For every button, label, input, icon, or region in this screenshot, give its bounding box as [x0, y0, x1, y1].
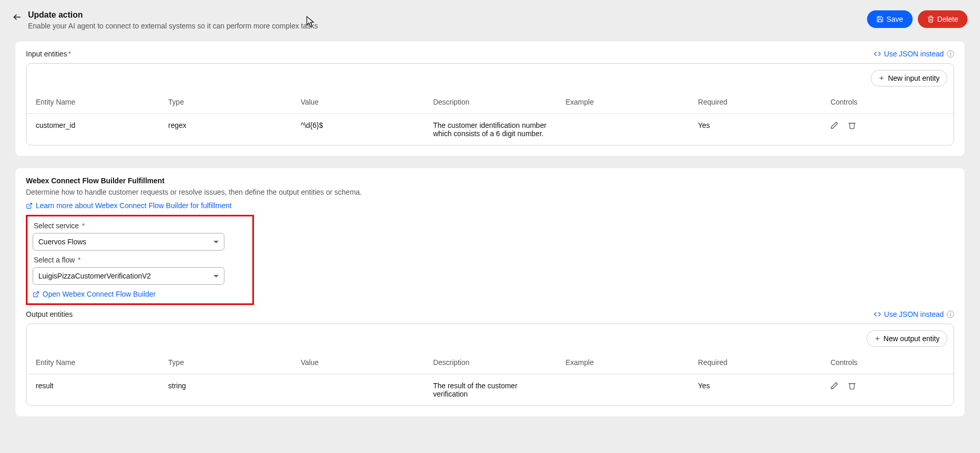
col-type: Type [159, 353, 292, 374]
cell-name: customer_id [26, 114, 159, 145]
chevron-down-icon [214, 241, 219, 243]
delete-icon[interactable] [848, 382, 856, 391]
header-left: Update action Enable your AI agent to co… [12, 10, 318, 30]
select-flow-dropdown[interactable]: LuigisPizzaCustomerVerificationV2 [33, 267, 224, 285]
new-output-entity-label: New output entity [884, 334, 940, 343]
col-controls: Controls [821, 93, 954, 114]
cell-controls [821, 114, 954, 145]
table-header-row: Entity Name Type Value Description Examp… [26, 93, 954, 114]
col-type: Type [159, 93, 292, 114]
select-service-label: Select service * [34, 222, 247, 230]
input-entities-card: Input entities* Use JSON instead i New i… [16, 41, 964, 156]
fulfillment-card: Webex Connect Flow Builder Fulfillment D… [16, 168, 964, 416]
col-controls: Controls [821, 353, 954, 374]
plus-icon [878, 75, 885, 81]
col-entity-name: Entity Name [26, 93, 159, 114]
use-json-link[interactable]: Use JSON instead i [874, 50, 954, 58]
info-icon[interactable]: i [947, 311, 954, 318]
new-output-entity-button[interactable]: New output entity [867, 330, 947, 347]
select-service-dropdown[interactable]: Cuervos Flows [33, 233, 224, 251]
cell-description: The customer identification number which… [424, 114, 557, 145]
required-asterisk: * [82, 222, 84, 230]
cell-type: regex [159, 114, 292, 145]
save-button[interactable]: Save [867, 10, 913, 28]
fulfillment-description: Determine how to handle customer request… [26, 188, 954, 196]
learn-more-link[interactable]: Learn more about Webex Connect Flow Buil… [26, 201, 232, 210]
col-required: Required [689, 93, 821, 114]
col-value: Value [291, 93, 424, 114]
cell-value: ^\d{6}$ [291, 114, 424, 145]
cell-description: The result of the customer verification [424, 374, 557, 406]
cell-required: Yes [689, 114, 821, 145]
col-description: Description [424, 353, 557, 374]
output-entities-label: Output entities [26, 310, 73, 318]
save-icon [876, 16, 884, 23]
page-title: Update action [28, 10, 318, 20]
learn-more-text: Learn more about Webex Connect Flow Buil… [36, 201, 232, 210]
cell-example [556, 114, 689, 145]
chevron-down-icon [214, 275, 219, 277]
delete-button[interactable]: Delete [918, 10, 968, 28]
use-json-text-output: Use JSON instead [884, 310, 944, 318]
col-example: Example [556, 353, 689, 374]
select-flow-label-text: Select a flow [34, 256, 75, 264]
cell-name: result [26, 374, 159, 406]
table-row: result string The result of the customer… [26, 374, 954, 406]
header-actions: Save Delete [867, 10, 968, 28]
save-button-label: Save [887, 15, 903, 23]
required-asterisk: * [68, 50, 70, 58]
cell-example [556, 374, 689, 406]
external-link-icon [33, 291, 39, 298]
external-link-icon [26, 202, 33, 209]
col-description: Description [424, 93, 557, 114]
select-flow-value: LuigisPizzaCustomerVerificationV2 [38, 272, 151, 280]
svg-line-4 [35, 291, 38, 295]
flow-selection-highlight: Select service * Cuervos Flows Select a … [26, 215, 254, 305]
new-input-entity-label: New input entity [888, 74, 940, 82]
open-flow-builder-text: Open Webex Connect Flow Builder [42, 290, 155, 298]
code-icon [874, 50, 881, 57]
new-input-entity-button[interactable]: New input entity [871, 70, 947, 86]
plus-icon [874, 335, 880, 342]
input-entities-label: Input entities* [26, 50, 71, 58]
input-entities-label-text: Input entities [26, 50, 67, 58]
cell-type: string [159, 374, 292, 406]
table-header-row: Entity Name Type Value Description Examp… [26, 353, 954, 374]
select-service-label-text: Select service [34, 222, 79, 230]
use-json-text: Use JSON instead [884, 50, 944, 58]
col-entity-name: Entity Name [26, 353, 159, 374]
page-subtitle: Enable your AI agent to connect to exter… [28, 22, 318, 30]
cell-required: Yes [689, 374, 821, 406]
code-icon [874, 311, 881, 318]
edit-icon[interactable] [830, 382, 839, 391]
col-required: Required [689, 353, 821, 374]
select-flow-label: Select a flow * [34, 256, 247, 264]
back-arrow-icon[interactable] [12, 12, 22, 23]
fulfillment-title: Webex Connect Flow Builder Fulfillment [26, 177, 954, 185]
open-flow-builder-link[interactable]: Open Webex Connect Flow Builder [33, 290, 155, 298]
col-value: Value [291, 353, 424, 374]
use-json-link-output[interactable]: Use JSON instead i [874, 310, 954, 318]
cell-controls [821, 374, 954, 406]
info-icon[interactable]: i [947, 50, 954, 57]
required-asterisk: * [78, 256, 80, 264]
trash-icon [927, 16, 934, 23]
select-service-value: Cuervos Flows [38, 238, 87, 246]
input-entities-table: New input entity Entity Name Type Value … [26, 63, 954, 145]
output-entities-table: New output entity Entity Name Type Value… [26, 324, 954, 406]
table-row: customer_id regex ^\d{6}$ The customer i… [26, 114, 954, 145]
page-header: Update action Enable your AI agent to co… [0, 0, 980, 38]
edit-icon[interactable] [830, 121, 839, 131]
col-example: Example [556, 93, 689, 114]
delete-button-label: Delete [938, 15, 958, 23]
delete-icon[interactable] [848, 121, 856, 131]
svg-line-3 [29, 203, 32, 206]
cell-value [291, 374, 424, 406]
